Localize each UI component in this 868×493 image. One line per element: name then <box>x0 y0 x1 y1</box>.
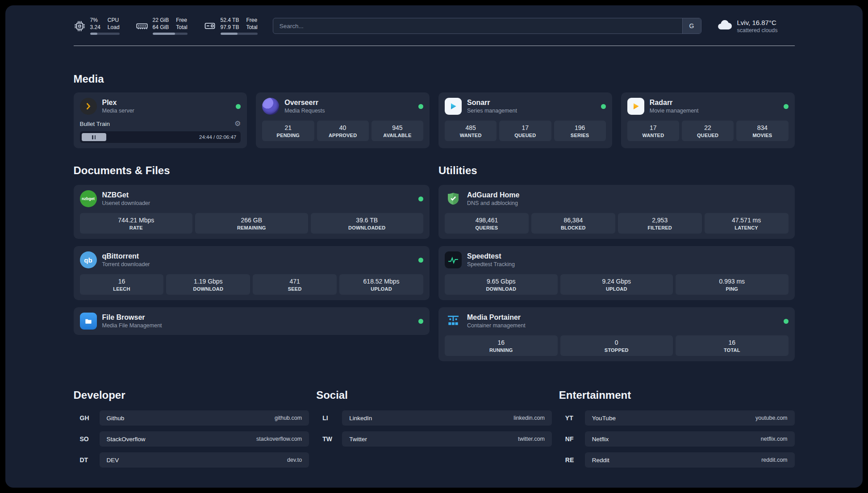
portainer-icon <box>445 313 462 330</box>
bookmark-abbr: NF <box>559 435 585 443</box>
stat-movies: 834MOVIES <box>736 121 788 141</box>
app-title: Radarr <box>650 99 699 107</box>
stat-stopped: 0STOPPED <box>560 335 673 356</box>
app-card-qbittorrent[interactable]: qb qBittorrent Torrent downloader 16LEEC… <box>74 246 430 300</box>
bookmark-linkedin[interactable]: LI LinkedInlinkedin.com <box>316 410 552 426</box>
cpu-load-label: Load <box>108 24 120 31</box>
app-subtitle: Series management <box>467 108 517 114</box>
app-card-portainer[interactable]: Media Portainer Container management 16R… <box>438 307 795 361</box>
app-card-overseerr[interactable]: Overseerr Media Requests 21PENDING 40APP… <box>256 92 430 148</box>
speedtest-icon <box>445 251 462 268</box>
app-card-filebrowser[interactable]: File Browser Media File Management <box>74 307 430 335</box>
status-dot <box>418 104 423 109</box>
cpu-progress-bar <box>90 33 120 35</box>
app-card-adguard[interactable]: AdGuard Home DNS and adblocking 498,461Q… <box>438 185 795 239</box>
bookmark-name: Reddit <box>592 457 609 464</box>
disk-total-label: Total <box>246 24 257 31</box>
stat-upload: 9.24 GbpsUPLOAD <box>560 274 673 295</box>
bookmark-abbr: GH <box>74 414 100 422</box>
overseerr-icon <box>262 98 279 115</box>
cpu-icon <box>74 20 86 32</box>
ram-widget: 22 GiB 64 GiB Free Total <box>136 17 188 35</box>
stat-series: 196SERIES <box>554 121 606 141</box>
bookmark-dev[interactable]: DT DEVdev.to <box>74 452 309 468</box>
app-title: Overseerr <box>284 99 325 107</box>
now-playing-title: Bullet Train <box>80 121 110 127</box>
app-subtitle: Container management <box>467 322 526 329</box>
settings-gear-icon[interactable]: ⚙ <box>234 120 241 127</box>
disk-icon <box>204 20 216 32</box>
disk-progress-bar <box>221 33 258 35</box>
topbar-divider <box>74 46 795 46</box>
app-subtitle: Usenet downloader <box>102 200 150 206</box>
stat-pending: 21PENDING <box>262 121 314 141</box>
bookmark-name: Netflix <box>592 436 609 443</box>
bookmark-github[interactable]: GH Githubgithub.com <box>74 410 309 426</box>
bookmark-url: netflix.com <box>761 436 788 442</box>
ram-progress-bar <box>153 33 188 35</box>
app-card-speedtest[interactable]: Speedtest Speedtest Tracking 9.65 GbpsDO… <box>438 246 795 300</box>
app-card-radarr[interactable]: Radarr Movie management 17WANTED 22QUEUE… <box>621 92 795 148</box>
app-card-nzbget[interactable]: nzbget NZBGet Usenet downloader 744.21 M… <box>74 185 430 239</box>
app-title: Media Portainer <box>467 313 526 322</box>
utilities-column: Utilities AdGuard Home DNS and adblockin… <box>438 164 795 361</box>
ram-free-label: Free <box>176 17 187 24</box>
bookmark-twitter[interactable]: TW Twittertwitter.com <box>316 431 552 447</box>
status-dot <box>418 196 423 201</box>
playback-progress-bar[interactable]: 24:44 / 02:06:47 <box>80 131 241 143</box>
weather-location: Lviv, 16.87°C <box>737 19 778 26</box>
documents-column: Documents & Files nzbget NZBGet Usenet d… <box>74 164 430 361</box>
stat-queued: 17QUEUED <box>499 121 551 141</box>
disk-total-value: 97.9 TB <box>221 24 239 31</box>
app-subtitle: Media File Management <box>102 322 162 329</box>
stat-approved: 40APPROVED <box>317 121 369 141</box>
bookmarks-entertainment: Entertainment YT YouTubeyoutube.com NF N… <box>559 389 795 473</box>
app-title: AdGuard Home <box>467 191 519 199</box>
bookmark-youtube[interactable]: YT YouTubeyoutube.com <box>559 410 795 426</box>
ram-total-label: Total <box>176 24 187 31</box>
app-title: Speedtest <box>467 252 515 260</box>
disk-widget: 52.4 TB 97.9 TB Free Total <box>204 17 258 35</box>
app-card-sonarr[interactable]: Sonarr Series management 485WANTED 17QUE… <box>438 92 612 148</box>
section-title-utilities: Utilities <box>438 164 795 177</box>
bookmark-abbr: TW <box>316 435 342 443</box>
stat-download: 1.19 GbpsDOWNLOAD <box>166 274 250 295</box>
search-engine-button[interactable]: G <box>682 18 701 33</box>
cpu-percent: 7% <box>90 17 100 24</box>
stat-latency: 47.571 msLATENCY <box>705 213 789 234</box>
bookmark-url: github.com <box>275 415 302 421</box>
section-title-documents: Documents & Files <box>74 164 430 177</box>
bookmark-url: youtube.com <box>755 415 788 421</box>
stat-remaining: 266 GBREMAINING <box>195 213 308 234</box>
disk-free-value: 52.4 TB <box>221 17 239 24</box>
pause-button[interactable] <box>82 133 106 141</box>
status-dot <box>784 104 789 109</box>
section-title-developer: Developer <box>74 389 309 401</box>
stat-rate: 744.21 MbpsRATE <box>80 213 193 234</box>
bookmark-url: reddit.com <box>761 457 787 463</box>
bookmark-url: dev.to <box>287 457 302 463</box>
cpu-label: CPU <box>108 17 120 24</box>
app-card-plex[interactable]: Plex Media server Bullet Train ⚙ 24:44 /… <box>74 92 247 148</box>
status-dot <box>784 319 789 324</box>
stat-queries: 498,461QUERIES <box>445 213 529 234</box>
stat-upload: 618.52 MbpsUPLOAD <box>339 274 423 295</box>
bookmark-abbr: RE <box>559 456 585 464</box>
bookmark-stackoverflow[interactable]: SO StackOverflowstackoverflow.com <box>74 431 309 447</box>
app-title: Sonarr <box>467 99 517 107</box>
search-input[interactable] <box>273 18 682 33</box>
app-subtitle: Media Requests <box>284 108 325 114</box>
topbar: 7% 3.24 CPU Load <box>74 17 795 35</box>
ram-free-value: 22 GiB <box>153 17 169 24</box>
section-title-media: Media <box>74 73 795 85</box>
cloud-icon <box>717 17 733 35</box>
cpu-widget: 7% 3.24 CPU Load <box>74 17 120 35</box>
bookmark-netflix[interactable]: NF Netflixnetflix.com <box>559 431 795 447</box>
bookmark-url: twitter.com <box>518 436 545 442</box>
app-subtitle: Speedtest Tracking <box>467 261 515 267</box>
bookmark-reddit[interactable]: RE Redditreddit.com <box>559 452 795 468</box>
bookmark-url: stackoverflow.com <box>256 436 302 442</box>
bookmark-abbr: SO <box>74 435 100 443</box>
status-dot <box>236 104 241 109</box>
app-title: Plex <box>102 99 134 107</box>
